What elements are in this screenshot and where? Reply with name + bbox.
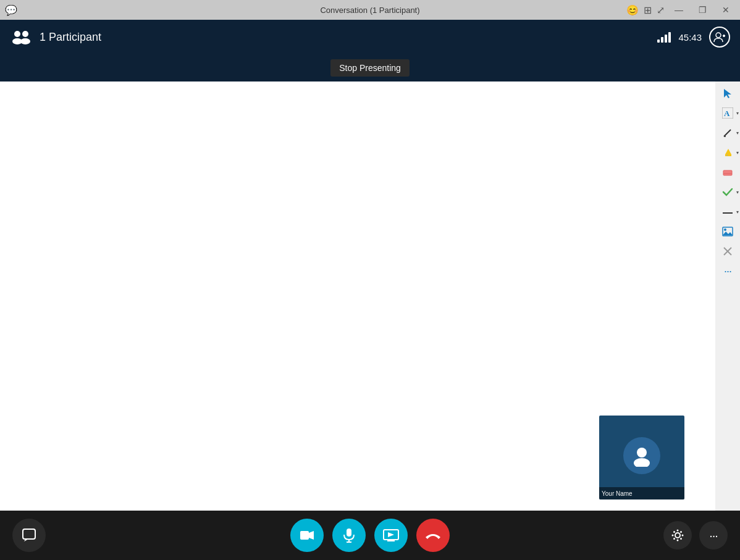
- stamp-dropdown-arrow[interactable]: ▾: [736, 190, 739, 195]
- restore-button[interactable]: ❐: [693, 4, 712, 16]
- chat-button[interactable]: [12, 519, 46, 552]
- signal-strength-icon: [657, 31, 671, 43]
- emoji-icon[interactable]: 😊: [626, 4, 639, 16]
- hang-up-button[interactable]: [416, 519, 450, 552]
- line-dropdown-arrow[interactable]: ▾: [736, 209, 739, 215]
- image-tool-button[interactable]: [717, 222, 739, 241]
- svg-point-7: [637, 448, 647, 458]
- settings-button[interactable]: [663, 521, 692, 550]
- participants-icon: [10, 26, 32, 48]
- text-dropdown-arrow[interactable]: ▾: [736, 111, 739, 116]
- title-bar-left: 💬: [5, 4, 17, 16]
- annotation-toolbar: A ▾ ▾ ▾: [715, 81, 740, 511]
- svg-point-2: [22, 31, 28, 37]
- svg-text:A: A: [724, 109, 730, 118]
- svg-point-0: [14, 31, 20, 37]
- cursor-tool-button[interactable]: [717, 84, 739, 102]
- self-view-thumbnail: Your Name: [599, 416, 684, 499]
- presentation-area: Your Name: [0, 81, 715, 511]
- line-tool-button[interactable]: ▾: [717, 203, 739, 221]
- more-options-button[interactable]: ···: [699, 521, 728, 550]
- minimize-button[interactable]: —: [670, 4, 688, 16]
- svg-marker-22: [723, 232, 733, 235]
- pen-dropdown-arrow[interactable]: ▾: [736, 130, 739, 136]
- header-left: 1 Participant: [10, 26, 101, 48]
- pen-tool-button[interactable]: ▾: [717, 123, 739, 142]
- stop-presenting-button[interactable]: Stop Presenting: [330, 59, 410, 77]
- svg-rect-17: [723, 170, 732, 175]
- svg-marker-9: [724, 89, 731, 98]
- svg-point-21: [724, 228, 726, 231]
- svg-marker-33: [388, 532, 394, 537]
- stop-presenting-bar: Stop Presenting: [0, 54, 740, 81]
- svg-point-40: [672, 535, 674, 537]
- svg-point-42: [673, 531, 675, 533]
- svg-point-45: [680, 531, 682, 533]
- title-bar-title: Conversation (1 Participant): [320, 6, 419, 15]
- message-icon: 💬: [5, 4, 17, 16]
- svg-point-38: [677, 530, 679, 532]
- svg-point-37: [675, 533, 680, 538]
- self-view-name-bar: Your Name: [599, 487, 684, 499]
- call-timer: 45:43: [678, 32, 702, 43]
- svg-marker-28: [309, 531, 314, 540]
- header: 1 Participant 45:43: [0, 20, 740, 54]
- bottom-center-controls: [290, 519, 450, 552]
- svg-rect-29: [347, 529, 351, 537]
- fullscreen-icon[interactable]: ⤢: [657, 4, 665, 16]
- svg-line-12: [724, 130, 731, 136]
- eraser-tool-button[interactable]: [717, 163, 739, 182]
- title-bar-controls: 😊 ⊞ ⤢ — ❐ ✕: [626, 4, 735, 16]
- bottom-left: [12, 519, 46, 552]
- svg-point-41: [682, 535, 684, 537]
- svg-marker-15: [725, 149, 731, 154]
- svg-rect-25: [23, 529, 35, 539]
- main-content: Your Name A ▾ ▾: [0, 81, 740, 511]
- bottom-right-controls: ···: [663, 521, 728, 550]
- self-view-name: Your Name: [602, 490, 633, 497]
- microphone-button[interactable]: [332, 519, 366, 552]
- title-bar: 💬 Conversation (1 Participant) 😊 ⊞ ⤢ — ❐…: [0, 0, 740, 20]
- self-view-avatar: [623, 437, 660, 474]
- bottom-control-bar: ···: [0, 511, 740, 560]
- delete-tool-button[interactable]: [717, 242, 739, 261]
- text-tool-button[interactable]: A ▾: [717, 104, 739, 122]
- stamp-tool-button[interactable]: ▾: [717, 183, 739, 201]
- participant-count-label: 1 Participant: [40, 31, 101, 44]
- svg-rect-14: [725, 154, 731, 156]
- svg-rect-27: [300, 531, 309, 540]
- highlighter-tool-button[interactable]: ▾: [717, 143, 739, 162]
- screen-share-button[interactable]: [374, 519, 408, 552]
- close-button[interactable]: ✕: [717, 4, 735, 16]
- svg-point-39: [677, 540, 679, 541]
- add-participant-button[interactable]: [709, 27, 730, 48]
- more-tools-button[interactable]: ···: [717, 262, 739, 280]
- svg-point-43: [680, 538, 682, 540]
- highlighter-dropdown-arrow[interactable]: ▾: [736, 150, 739, 156]
- svg-point-44: [673, 538, 675, 540]
- svg-point-8: [634, 458, 650, 467]
- video-button[interactable]: [290, 519, 324, 552]
- layout-icon[interactable]: ⊞: [644, 4, 652, 16]
- svg-point-3: [20, 38, 30, 44]
- svg-point-4: [716, 33, 721, 38]
- header-right: 45:43: [657, 27, 730, 48]
